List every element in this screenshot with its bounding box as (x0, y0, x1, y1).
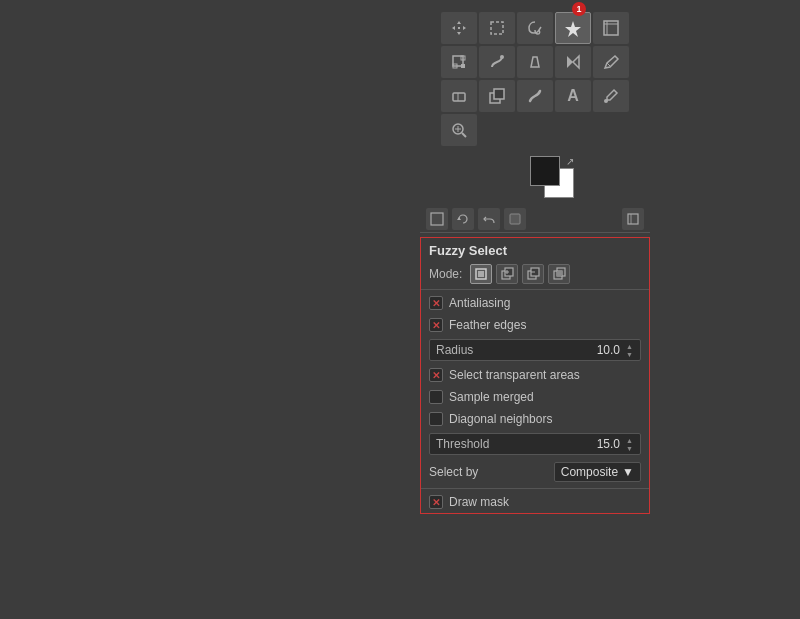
svg-rect-3 (604, 21, 618, 35)
warp-tool[interactable] (479, 46, 515, 78)
toolbar-panel: 1 (420, 0, 650, 619)
sample-merged-row[interactable]: Sample merged (421, 386, 649, 408)
flip-icon (564, 53, 582, 71)
fit-icon (626, 212, 640, 226)
rect-select-icon (488, 19, 506, 37)
threshold-up-arrow[interactable]: ▲ (626, 437, 638, 444)
mode-label: Mode: (429, 267, 462, 281)
pencil-tool[interactable] (593, 46, 629, 78)
clone-icon (488, 87, 506, 105)
lasso-icon (526, 19, 544, 37)
clone-tool[interactable] (479, 80, 515, 112)
add-mode-btn[interactable] (496, 264, 518, 284)
svg-marker-11 (531, 57, 539, 67)
zoom-tool[interactable] (441, 114, 477, 146)
svg-rect-7 (461, 64, 465, 68)
replace-mode-btn[interactable] (470, 264, 492, 284)
draw-mask-checkbox[interactable]: ✕ (429, 495, 443, 509)
text-tool[interactable]: A (555, 80, 591, 112)
history-icon (508, 212, 522, 226)
svg-rect-0 (458, 27, 460, 29)
undo-icon (482, 212, 496, 226)
move-icon (450, 19, 468, 37)
threshold-spinner[interactable]: ▲ ▼ (626, 436, 638, 452)
move-tool[interactable] (441, 12, 477, 44)
mode-row: Mode: (421, 261, 649, 287)
svg-rect-27 (628, 214, 638, 224)
svg-rect-1 (491, 22, 503, 34)
crop-tool[interactable] (593, 12, 629, 44)
replace-mode-icon (474, 267, 488, 281)
separator-1 (421, 289, 649, 290)
threshold-down-arrow[interactable]: ▼ (626, 445, 638, 452)
antialiasing-label: Antialiasing (449, 296, 510, 310)
svg-rect-26 (510, 214, 520, 224)
select-by-row: Select by Composite ▼ (421, 458, 649, 486)
diagonal-neighbors-checkbox[interactable] (429, 412, 443, 426)
fuzzy-select-title: Fuzzy Select (421, 238, 649, 261)
antialiasing-checkbox[interactable]: ✕ (429, 296, 443, 310)
radius-spinner[interactable]: ▲ ▼ (626, 342, 638, 358)
feather-edges-row[interactable]: ✕ Feather edges (421, 314, 649, 336)
main-container: 1 (0, 0, 800, 619)
antialiasing-row[interactable]: ✕ Antialiasing (421, 292, 649, 314)
erase-tool[interactable] (441, 80, 477, 112)
transform-tool[interactable] (441, 46, 477, 78)
diagonal-neighbors-row[interactable]: Diagonal neighbors (421, 408, 649, 430)
undo-btn[interactable] (478, 208, 500, 230)
fuzzy-select-icon (564, 19, 582, 37)
radius-value: 10.0 (597, 343, 620, 357)
subtract-mode-icon (526, 267, 540, 281)
transform-icon (450, 53, 468, 71)
color-swap-icon[interactable]: ↗ (566, 156, 580, 170)
svg-rect-15 (453, 93, 465, 101)
warp-icon (488, 53, 506, 71)
perspective-icon (526, 53, 544, 71)
svg-rect-40 (557, 271, 562, 276)
svg-point-19 (604, 99, 608, 103)
history-btn[interactable] (504, 208, 526, 230)
color-area: ↗ (420, 150, 650, 206)
radius-up-arrow[interactable]: ▲ (626, 343, 638, 350)
threshold-value: 15.0 (597, 437, 620, 451)
fit-btn[interactable] (622, 208, 644, 230)
new-image-btn[interactable] (426, 208, 448, 230)
smudge-tool[interactable] (517, 80, 553, 112)
notification-badge: 1 (572, 2, 586, 16)
lasso-tool[interactable] (517, 12, 553, 44)
foreground-color[interactable] (530, 156, 560, 186)
feather-edges-checkbox[interactable]: ✕ (429, 318, 443, 332)
select-by-dropdown[interactable]: Composite ▼ (554, 462, 641, 482)
svg-rect-24 (431, 213, 443, 225)
svg-marker-13 (573, 56, 579, 68)
add-mode-icon (500, 267, 514, 281)
flip-tool[interactable] (555, 46, 591, 78)
color-selector[interactable]: ↗ (530, 156, 580, 202)
text-icon: A (567, 87, 579, 105)
eyedrop-tool[interactable] (593, 80, 629, 112)
radius-field[interactable]: Radius 10.0 ▲ ▼ (429, 339, 641, 361)
restore-icon (456, 212, 470, 226)
bottom-icon-bar (420, 206, 650, 233)
threshold-row: Threshold 15.0 ▲ ▼ (421, 430, 649, 458)
radius-label: Radius (436, 343, 597, 357)
subtract-mode-btn[interactable] (522, 264, 544, 284)
radius-down-arrow[interactable]: ▼ (626, 351, 638, 358)
fuzzy-select-tool[interactable] (555, 12, 591, 44)
select-transparent-row[interactable]: ✕ Select transparent areas (421, 364, 649, 386)
svg-point-10 (500, 55, 504, 59)
perspective-tool[interactable] (517, 46, 553, 78)
svg-marker-25 (457, 217, 461, 220)
crop-icon (602, 19, 620, 37)
restore-btn[interactable] (452, 208, 474, 230)
select-transparent-checkbox[interactable]: ✕ (429, 368, 443, 382)
draw-mask-row[interactable]: ✕ Draw mask (421, 491, 649, 513)
sample-merged-checkbox[interactable] (429, 390, 443, 404)
tool-grid: A (437, 8, 633, 150)
intersect-mode-btn[interactable] (548, 264, 570, 284)
rect-select-tool[interactable] (479, 12, 515, 44)
zoom-icon (450, 121, 468, 139)
select-by-value: Composite (561, 465, 618, 479)
feather-edges-label: Feather edges (449, 318, 526, 332)
threshold-field[interactable]: Threshold 15.0 ▲ ▼ (429, 433, 641, 455)
